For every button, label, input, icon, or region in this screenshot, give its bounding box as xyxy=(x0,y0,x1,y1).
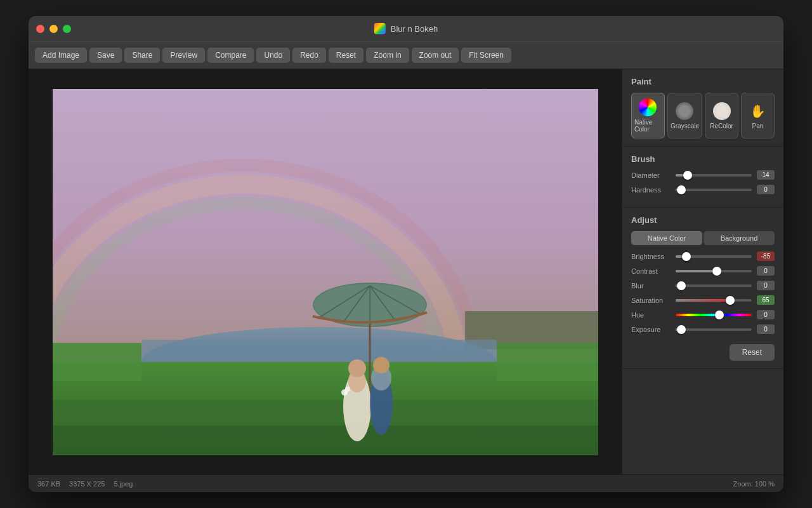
dimensions: 3375 X 225 xyxy=(69,480,105,488)
main-content: Paint Native Color Grayscale ReColor xyxy=(29,69,783,474)
recolor-icon xyxy=(713,102,731,120)
blur-row: Blur 0 xyxy=(631,281,775,290)
redo-button[interactable]: Redo xyxy=(292,48,326,63)
diameter-slider[interactable] xyxy=(676,174,752,177)
right-panel: Paint Native Color Grayscale ReColor xyxy=(622,69,783,474)
diameter-value: 14 xyxy=(757,170,775,180)
svg-point-22 xyxy=(348,359,366,377)
brightness-thumb[interactable] xyxy=(682,252,691,261)
exposure-row: Exposure 0 xyxy=(631,324,775,334)
contrast-row: Contrast 0 xyxy=(631,266,775,276)
zoom-out-button[interactable]: Zoom out xyxy=(412,48,459,63)
undo-button[interactable]: Undo xyxy=(256,48,290,63)
svg-rect-9 xyxy=(53,425,598,455)
saturation-row: Saturation 65 xyxy=(631,295,775,305)
zoom-info: Zoom: 100 % xyxy=(733,480,775,488)
svg-rect-11 xyxy=(497,343,598,381)
exposure-slider[interactable] xyxy=(676,328,752,331)
adjust-section: Adjust Native Color Background Brightnes… xyxy=(622,208,783,369)
close-button[interactable] xyxy=(36,25,44,33)
fit-screen-button[interactable]: Fit Screen xyxy=(461,48,511,63)
contrast-thumb[interactable] xyxy=(712,267,721,276)
status-bar: 367 KB 3375 X 225 5.jpeg Zoom: 100 % xyxy=(29,474,783,492)
paint-section: Paint Native Color Grayscale ReColor xyxy=(622,69,783,147)
adjust-section-title: Adjust xyxy=(631,215,775,225)
contrast-label: Contrast xyxy=(631,267,671,275)
hue-row: Hue 0 xyxy=(631,310,775,319)
blur-label: Blur xyxy=(631,282,671,290)
save-button[interactable]: Save xyxy=(89,48,122,63)
saturation-slider[interactable] xyxy=(676,299,752,302)
app-title: Blur n Bokeh xyxy=(391,24,438,34)
hue-label: Hue xyxy=(631,311,671,319)
brightness-label: Brightness xyxy=(631,253,671,260)
hardness-row: Hardness 0 xyxy=(631,185,775,194)
photo-svg xyxy=(53,89,598,455)
diameter-row: Diameter 14 xyxy=(631,170,775,180)
toolbar: Add Image Save Share Preview Compare Und… xyxy=(29,41,783,69)
grayscale-icon xyxy=(676,102,693,120)
brightness-slider[interactable] xyxy=(676,255,752,258)
paint-modes: Native Color Grayscale ReColor ✋ Pan xyxy=(631,93,775,138)
saturation-value: 65 xyxy=(757,295,775,305)
photo-container xyxy=(53,89,598,455)
minimize-button[interactable] xyxy=(49,25,58,33)
blur-value: 0 xyxy=(757,281,775,290)
recolor-label: ReColor xyxy=(710,123,733,130)
diameter-thumb[interactable] xyxy=(683,171,692,180)
brightness-row: Brightness -85 xyxy=(631,251,775,261)
saturation-label: Saturation xyxy=(631,297,671,304)
native-color-label: Native Color xyxy=(634,119,662,133)
saturation-thumb[interactable] xyxy=(726,296,735,305)
exposure-label: Exposure xyxy=(631,326,671,333)
maximize-button[interactable] xyxy=(63,25,71,33)
pan-mode[interactable]: ✋ Pan xyxy=(741,93,775,138)
native-color-mode[interactable]: Native Color xyxy=(631,93,665,138)
native-color-icon xyxy=(639,98,657,116)
share-button[interactable]: Share xyxy=(124,48,160,63)
hardness-thumb[interactable] xyxy=(677,185,686,194)
file-size: 367 KB xyxy=(37,480,60,488)
title-bar: Blur n Bokeh xyxy=(29,16,783,41)
status-left: 367 KB 3375 X 225 5.jpeg xyxy=(37,480,133,488)
svg-rect-10 xyxy=(53,343,141,381)
grayscale-label: Grayscale xyxy=(671,123,699,130)
blur-slider[interactable] xyxy=(676,284,752,287)
recolor-mode[interactable]: ReColor xyxy=(705,93,738,138)
diameter-label: Diameter xyxy=(631,171,671,179)
exposure-value: 0 xyxy=(757,324,775,334)
add-image-button[interactable]: Add Image xyxy=(35,48,87,63)
app-window: Blur n Bokeh Add Image Save Share Previe… xyxy=(29,16,783,492)
contrast-value: 0 xyxy=(757,266,775,276)
image-area[interactable] xyxy=(29,69,622,474)
svg-point-27 xyxy=(345,387,350,392)
hardness-slider[interactable] xyxy=(676,189,752,191)
hue-thumb[interactable] xyxy=(715,311,724,319)
adjust-reset-button[interactable]: Reset xyxy=(730,344,775,361)
compare-button[interactable]: Compare xyxy=(207,48,254,63)
brush-section: Brush Diameter 14 Hardness 0 xyxy=(622,147,783,208)
pan-icon: ✋ xyxy=(749,102,767,120)
paint-section-title: Paint xyxy=(631,77,775,86)
title-bar-center: Blur n Bokeh xyxy=(374,23,438,34)
hue-slider[interactable] xyxy=(676,314,752,316)
preview-button[interactable]: Preview xyxy=(162,48,205,63)
zoom-in-button[interactable]: Zoom in xyxy=(366,48,409,63)
hardness-value: 0 xyxy=(757,185,775,194)
adjust-tabs: Native Color Background xyxy=(631,231,775,245)
blur-thumb[interactable] xyxy=(677,281,686,290)
reset-toolbar-button[interactable]: Reset xyxy=(329,48,363,63)
contrast-slider[interactable] xyxy=(676,270,752,272)
grayscale-mode[interactable]: Grayscale xyxy=(667,93,702,138)
hardness-label: Hardness xyxy=(631,186,671,194)
background-tab[interactable]: Background xyxy=(704,231,775,245)
exposure-thumb[interactable] xyxy=(677,325,686,334)
svg-point-25 xyxy=(373,357,390,373)
app-icon xyxy=(374,23,386,34)
pan-label: Pan xyxy=(752,123,764,130)
brightness-value: -85 xyxy=(757,251,775,261)
brush-section-title: Brush xyxy=(631,154,775,164)
hue-value: 0 xyxy=(757,310,775,319)
filename: 5.jpeg xyxy=(114,480,133,488)
native-color-tab[interactable]: Native Color xyxy=(631,231,702,245)
